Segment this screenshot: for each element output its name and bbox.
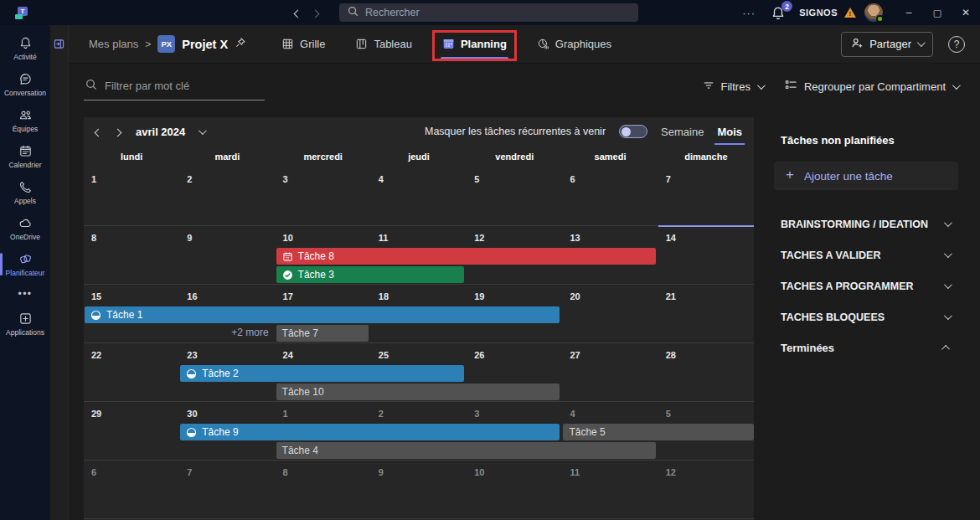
history-back-icon[interactable] xyxy=(295,5,301,20)
date-number[interactable]: 25 xyxy=(379,350,389,360)
avatar[interactable] xyxy=(864,3,883,22)
date-number[interactable]: 1 xyxy=(283,409,288,419)
global-search-box[interactable] xyxy=(339,3,638,22)
bucket-section-header[interactable]: BRAINSTORMING / IDEATION xyxy=(767,209,980,239)
task-bar[interactable]: Tâche 9 xyxy=(180,424,560,440)
date-number[interactable]: 8 xyxy=(91,233,96,243)
date-number[interactable]: 30 xyxy=(187,409,197,419)
view-week-button[interactable]: Semaine xyxy=(661,126,704,138)
more-tasks-link[interactable]: +2 more xyxy=(179,327,275,338)
close-button[interactable]: ✕ xyxy=(952,0,980,25)
pin-icon[interactable] xyxy=(235,37,246,52)
keyword-filter-field[interactable] xyxy=(84,73,265,100)
date-number[interactable]: 4 xyxy=(570,409,575,419)
date-number[interactable]: 18 xyxy=(379,291,389,301)
history-forward-icon[interactable] xyxy=(312,5,318,20)
account-name[interactable]: SIGNOS xyxy=(799,8,838,18)
add-task-button[interactable]: + Ajouter une tâche xyxy=(774,162,958,190)
date-number[interactable]: 8 xyxy=(283,467,288,477)
date-number[interactable]: 7 xyxy=(666,174,671,184)
sidebar-item-conversation[interactable]: Conversation xyxy=(0,66,50,102)
share-button[interactable]: Partager xyxy=(841,32,933,57)
date-number[interactable]: 20 xyxy=(570,291,580,301)
sidebar-item-calendar[interactable]: Calendrier xyxy=(0,138,50,174)
previous-month-icon[interactable] xyxy=(95,124,101,139)
date-number[interactable]: 19 xyxy=(474,291,484,301)
date-number[interactable]: 12 xyxy=(666,467,676,477)
task-bar[interactable]: Tâche 3 xyxy=(276,266,465,283)
date-number[interactable]: 7 xyxy=(187,467,192,477)
date-number[interactable]: 11 xyxy=(570,467,580,477)
bucket-section-header[interactable]: TACHES BLOQUEES xyxy=(767,301,980,332)
sidebar-more-apps-icon[interactable]: ••• xyxy=(0,282,50,306)
tab-planning[interactable]: Planning xyxy=(442,25,507,64)
date-number[interactable]: 3 xyxy=(283,174,288,184)
date-number[interactable]: 14 xyxy=(666,233,676,243)
date-number[interactable]: 6 xyxy=(570,174,575,184)
notification-bell-icon[interactable]: 2 xyxy=(771,4,791,21)
date-number[interactable]: 29 xyxy=(91,409,101,419)
date-number[interactable]: 9 xyxy=(379,467,384,477)
view-month-button[interactable]: Mois xyxy=(717,126,742,138)
global-search-input[interactable] xyxy=(365,7,608,18)
tab-graphiques[interactable]: Graphiques xyxy=(537,25,611,64)
sidebar-item-onedrive[interactable]: OneDrive xyxy=(0,210,50,246)
tab-tableau[interactable]: Tableau xyxy=(355,25,412,64)
help-button[interactable]: ? xyxy=(948,36,965,53)
maximize-button[interactable]: ▢ xyxy=(923,0,952,25)
task-bar[interactable]: Tâche 5 xyxy=(563,424,754,440)
date-number[interactable]: 22 xyxy=(91,350,101,360)
date-number[interactable]: 1 xyxy=(91,174,96,184)
sidebar-item-planner[interactable]: Planificateur xyxy=(0,246,50,282)
date-number[interactable]: 17 xyxy=(283,291,293,301)
month-label[interactable]: avril 2024 xyxy=(136,126,185,138)
filters-dropdown[interactable]: Filtres xyxy=(703,80,763,94)
date-number[interactable]: 3 xyxy=(474,409,479,419)
bucket-section-header[interactable]: TACHES A VALIDER xyxy=(767,239,980,270)
expand-panel-icon[interactable] xyxy=(54,38,64,520)
date-number[interactable]: 9 xyxy=(187,233,192,243)
date-number[interactable]: 28 xyxy=(666,350,676,360)
task-bar[interactable]: Tâche 8 xyxy=(276,248,656,265)
breadcrumb[interactable]: Mes plans xyxy=(89,38,138,50)
task-bar[interactable]: Tâche 1 xyxy=(85,306,560,323)
date-number[interactable]: 2 xyxy=(187,174,192,184)
bucket-section-header[interactable]: TACHES A PROGRAMMER xyxy=(767,270,980,301)
date-number[interactable]: 5 xyxy=(474,174,479,184)
task-bar[interactable]: Tâche 10 xyxy=(276,384,560,400)
task-bar[interactable]: Tâche 2 xyxy=(180,365,464,382)
warning-icon[interactable]: ! xyxy=(844,8,856,18)
date-number[interactable]: 16 xyxy=(187,291,197,301)
task-bar[interactable]: Tâche 4 xyxy=(276,442,656,459)
date-number[interactable]: 11 xyxy=(379,233,389,243)
titlebar-more-icon[interactable]: ··· xyxy=(734,7,764,19)
sidebar-item-activity[interactable]: Activité xyxy=(0,30,50,66)
task-bar[interactable]: Tâche 7 xyxy=(276,325,369,342)
bucket-label: TACHES A VALIDER xyxy=(781,250,880,261)
date-number[interactable]: 27 xyxy=(570,350,580,360)
hide-recurring-toggle[interactable] xyxy=(619,125,647,138)
date-number[interactable]: 15 xyxy=(91,291,101,301)
keyword-filter-input[interactable] xyxy=(105,80,247,92)
chevron-down-icon[interactable] xyxy=(199,126,207,135)
group-by-dropdown[interactable]: Regrouper par Compartiment xyxy=(785,79,958,94)
next-month-icon[interactable] xyxy=(115,124,121,139)
completed-section-header[interactable]: Terminées xyxy=(767,332,980,363)
date-number[interactable]: 23 xyxy=(187,350,197,360)
date-number[interactable]: 6 xyxy=(91,467,96,477)
minimize-button[interactable]: – xyxy=(895,0,923,25)
sidebar-item-calls[interactable]: Appels xyxy=(0,174,50,210)
date-number[interactable]: 13 xyxy=(570,233,580,243)
date-number[interactable]: 21 xyxy=(666,291,676,301)
tab-grille[interactable]: Grille xyxy=(281,25,325,64)
date-number[interactable]: 4 xyxy=(379,174,384,184)
date-number[interactable]: 12 xyxy=(474,233,484,243)
date-number[interactable]: 10 xyxy=(474,467,484,477)
date-number[interactable]: 2 xyxy=(379,409,384,419)
date-number[interactable]: 26 xyxy=(474,350,484,360)
sidebar-item-teams[interactable]: Équipes xyxy=(0,102,50,138)
date-number[interactable]: 10 xyxy=(283,233,293,243)
date-number[interactable]: 24 xyxy=(283,350,293,360)
sidebar-item-apps[interactable]: Applications xyxy=(0,306,50,342)
date-number[interactable]: 5 xyxy=(666,409,671,419)
